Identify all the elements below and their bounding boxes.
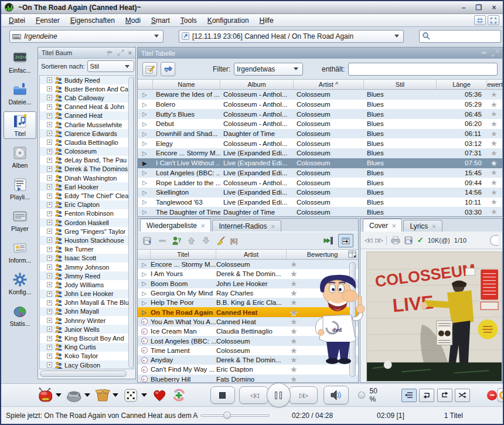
table-row[interactable]: ▷▶ I Can't Live Without ... Live (Expand… bbox=[138, 158, 502, 168]
table-row[interactable]: ▷▶ Elegy Colosseum - Anthol... Colosseum… bbox=[138, 138, 502, 148]
rating-star-icon[interactable]: ★ bbox=[290, 355, 298, 365]
expand-toggle-icon[interactable]: + bbox=[47, 237, 52, 243]
expand-toggle-icon[interactable]: + bbox=[47, 175, 52, 181]
column-album[interactable]: Album bbox=[220, 80, 294, 89]
rating-star-icon[interactable]: ★ bbox=[491, 100, 498, 109]
tree-item[interactable]: + Canned Heat bbox=[40, 111, 134, 120]
playlist-row[interactable]: ▷ ▸ Georgia On My Mind Ray Charles ★ bbox=[138, 288, 358, 298]
tree-item[interactable]: + Johnny Winter bbox=[40, 316, 134, 325]
rating-star-icon[interactable]: ★ bbox=[290, 317, 298, 327]
tree-item[interactable]: + Dinah Washington bbox=[40, 174, 134, 182]
volume-button[interactable] bbox=[323, 386, 349, 404]
tree-item[interactable]: + Greg "Fingers" Taylor bbox=[40, 227, 134, 236]
column-picker-icon[interactable] bbox=[348, 250, 357, 259]
tree-item[interactable]: + Ike Turner bbox=[40, 245, 134, 254]
history-combo[interactable]: [12.11.19 23:06] Canned Heat / On The Ro… bbox=[179, 30, 404, 43]
close-tab-icon[interactable]: × bbox=[432, 223, 435, 230]
shuffle-button[interactable] bbox=[455, 389, 470, 402]
expand-all-button[interactable] bbox=[488, 15, 499, 25]
tree-item[interactable]: + John Lee Hooker bbox=[40, 290, 134, 298]
tree-item[interactable]: + King Curtis bbox=[40, 343, 134, 352]
column-name[interactable]: Name bbox=[153, 80, 220, 89]
tree-item[interactable]: + Koko Taylor bbox=[40, 352, 134, 361]
playlist-row[interactable]: ▷ ▸ Blueberry Hill Fats Domino ★ bbox=[138, 375, 358, 382]
stop-after-track-button[interactable] bbox=[487, 390, 497, 400]
rating-star-icon[interactable]: ★ bbox=[491, 120, 498, 128]
archive-box-button[interactable] bbox=[95, 387, 111, 403]
rating-star-icon[interactable]: ★ bbox=[290, 308, 298, 317]
radio-button[interactable] bbox=[38, 387, 54, 403]
column-bewertung[interactable]: Bewertung bbox=[287, 250, 358, 259]
tree-item[interactable]: + John Mayall bbox=[40, 307, 134, 316]
tree-item[interactable]: + Clarence Edwards bbox=[40, 129, 134, 138]
tree-item[interactable]: + Jimmy Reed bbox=[40, 271, 134, 280]
expand-toggle-icon[interactable]: + bbox=[47, 131, 52, 136]
tree-item[interactable]: + Derek & The Dominos bbox=[40, 165, 134, 174]
tree-item[interactable]: + Gordon Haskell bbox=[40, 218, 134, 227]
expand-toggle-icon[interactable]: + bbox=[47, 300, 52, 305]
tree-item[interactable]: + Houston Stackhouse bbox=[40, 236, 134, 244]
expand-toggle-icon[interactable]: + bbox=[47, 229, 52, 234]
tree-item[interactable]: + Isaac Scott bbox=[40, 254, 134, 263]
expand-toggle-icon[interactable]: + bbox=[47, 149, 52, 154]
box-dropdown-icon[interactable] bbox=[113, 393, 118, 397]
volume-knob[interactable] bbox=[358, 392, 365, 399]
menu-item[interactable]: Datei bbox=[4, 15, 30, 26]
sidebar-item-einfach[interactable]: 2×2=4 Einfac... bbox=[4, 48, 36, 76]
menu-item[interactable]: Tools bbox=[175, 15, 202, 26]
rating-star-icon[interactable]: ★ bbox=[290, 288, 298, 298]
menu-item[interactable]: Smart bbox=[146, 15, 175, 26]
tree-item[interactable]: + John Mayall & The Blu bbox=[40, 298, 134, 307]
table-row[interactable]: ▷▶ Debut Colosseum - Anthol... Colosseum… bbox=[138, 119, 502, 129]
search-input[interactable] bbox=[431, 32, 498, 40]
menu-item[interactable]: Konfiguration bbox=[202, 15, 254, 26]
expand-toggle-icon[interactable]: + bbox=[47, 122, 52, 127]
expand-toggle-icon[interactable]: + bbox=[47, 86, 52, 91]
table-row[interactable]: ▷▶ Skellington Live (Expanded Edi... Col… bbox=[138, 188, 502, 198]
filter-combo[interactable]: Irgendetwas bbox=[234, 63, 303, 76]
tree-item[interactable]: + Eric Clapton bbox=[40, 200, 134, 209]
table-row[interactable]: ▷▶ Rope Ladder to the ... Colosseum - An… bbox=[138, 178, 502, 188]
playlist-row[interactable]: ▷ ▸ Ice Cream Man Claudia Bettinaglio ★ bbox=[138, 327, 358, 336]
playlist-row[interactable]: ▷ ▸ Anyday Derek & The Domin... ★ bbox=[138, 355, 358, 365]
column-artist[interactable]: Artist ^ bbox=[294, 80, 364, 89]
expand-toggle-icon[interactable]: + bbox=[47, 345, 52, 350]
rating-star-icon[interactable]: ★ bbox=[290, 346, 298, 355]
close-tab-icon[interactable]: × bbox=[392, 222, 396, 229]
previous-track-button[interactable]: ◁◁ bbox=[239, 386, 268, 404]
rating-star-icon[interactable]: ★ bbox=[491, 159, 498, 168]
minimize-button[interactable]: – bbox=[458, 3, 469, 12]
play-order-button[interactable] bbox=[401, 389, 417, 402]
table-row[interactable]: ▷▶ The Daughter of Time Daughter of Time… bbox=[138, 207, 502, 216]
expand-toggle-icon[interactable]: + bbox=[47, 104, 52, 110]
tree-item[interactable]: + Fenton Robinson bbox=[40, 209, 134, 218]
column-laenge[interactable]: Länge bbox=[437, 80, 487, 89]
expand-toggle-icon[interactable]: + bbox=[47, 211, 52, 216]
expand-toggle-icon[interactable]: + bbox=[47, 282, 52, 287]
seek-slider[interactable] bbox=[200, 412, 270, 420]
tree-item[interactable]: + Buster Benton And Ca bbox=[40, 84, 134, 93]
close-tab-icon[interactable]: × bbox=[201, 222, 205, 229]
next-cover-button[interactable]: ▷▷ bbox=[375, 237, 382, 243]
stop-button[interactable] bbox=[210, 386, 234, 404]
maximize-panel-icon[interactable] bbox=[492, 50, 499, 57]
tree-item[interactable]: + Cab Calloway bbox=[40, 93, 134, 102]
table-row[interactable]: ▷▶ Lost Angeles (BBC: ... Live (Expanded… bbox=[138, 168, 502, 178]
playlist-row[interactable]: ▷ ▸ I Am Yours Derek & The Domin... ★ bbox=[138, 269, 358, 278]
expand-toggle-icon[interactable]: + bbox=[47, 166, 52, 172]
rating-star-icon[interactable]: ★ bbox=[491, 110, 498, 118]
sort-combo[interactable]: Stil bbox=[87, 60, 134, 72]
tree-item[interactable]: + Jimmy Johnson bbox=[40, 263, 134, 271]
dice-dropdown-icon[interactable] bbox=[141, 393, 147, 397]
rating-star-icon[interactable]: ★ bbox=[491, 208, 498, 216]
sidebar-item-informationen[interactable]: Inform... bbox=[4, 238, 36, 266]
rating-star-icon[interactable]: ★ bbox=[290, 327, 298, 336]
expand-toggle-icon[interactable]: + bbox=[47, 327, 52, 332]
rating-star-icon[interactable]: ★ bbox=[491, 90, 498, 99]
table-row[interactable]: ▷▶ Downhill and Shad... Daughter of Time… bbox=[138, 129, 502, 139]
rating-star-icon[interactable]: ★ bbox=[491, 139, 498, 148]
tab-wiedergabeliste[interactable]: Wiedergabeliste × bbox=[140, 219, 211, 232]
column-bewertung[interactable]: Bewertu bbox=[487, 80, 502, 89]
menu-item[interactable]: Modi bbox=[120, 15, 146, 26]
column-titel[interactable]: Titel bbox=[151, 250, 216, 259]
